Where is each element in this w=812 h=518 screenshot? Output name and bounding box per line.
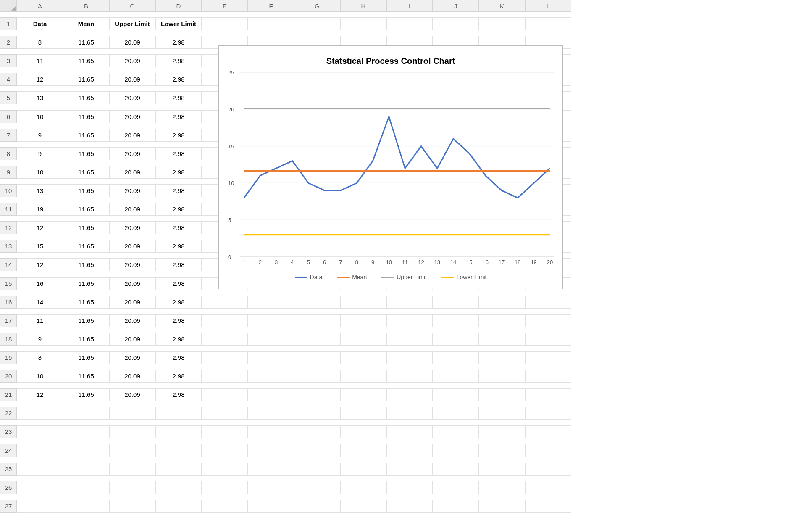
- cell-A3[interactable]: 11: [17, 54, 63, 67]
- cell-J27[interactable]: [433, 500, 479, 513]
- cell-D6[interactable]: 2.98: [155, 110, 202, 123]
- cell-D21[interactable]: 2.98: [155, 388, 202, 401]
- cell-D14[interactable]: 2.98: [155, 258, 202, 271]
- cell-A11[interactable]: 19: [17, 203, 63, 216]
- cell-A17[interactable]: 11: [17, 314, 63, 327]
- cell-B15[interactable]: 11.65: [63, 277, 109, 290]
- cell-E19[interactable]: [202, 351, 248, 364]
- cell-E16[interactable]: [202, 296, 248, 309]
- cell-J1[interactable]: [433, 17, 479, 30]
- cell-B27[interactable]: [63, 500, 109, 513]
- cell-G27[interactable]: [294, 500, 340, 513]
- row-header-25[interactable]: 25: [0, 462, 17, 476]
- cell-B14[interactable]: 11.65: [63, 258, 109, 271]
- cell-C10[interactable]: 20.09: [109, 184, 155, 197]
- cell-B3[interactable]: 11.65: [63, 54, 109, 67]
- cell-G1[interactable]: [294, 17, 340, 30]
- cell-F24[interactable]: [248, 444, 294, 457]
- cell-J18[interactable]: [433, 333, 479, 346]
- cell-C18[interactable]: 20.09: [109, 333, 155, 346]
- cell-L20[interactable]: [525, 370, 571, 383]
- cell-B5[interactable]: 11.65: [63, 91, 109, 104]
- cell-C9[interactable]: 20.09: [109, 166, 155, 179]
- cell-B13[interactable]: 11.65: [63, 240, 109, 253]
- row-header-21[interactable]: 21: [0, 388, 17, 401]
- cell-C13[interactable]: 20.09: [109, 240, 155, 253]
- cell-B23[interactable]: [63, 425, 109, 438]
- row-header-18[interactable]: 18: [0, 333, 17, 346]
- cell-D1[interactable]: Lower Limit: [155, 17, 202, 30]
- cell-A5[interactable]: 13: [17, 91, 63, 104]
- cell-G22[interactable]: [294, 407, 340, 420]
- column-header-G[interactable]: G: [294, 0, 340, 12]
- cell-B18[interactable]: 11.65: [63, 333, 109, 346]
- cell-K19[interactable]: [479, 351, 525, 364]
- cell-L16[interactable]: [525, 296, 571, 309]
- cell-I22[interactable]: [386, 407, 433, 420]
- cell-K18[interactable]: [479, 333, 525, 346]
- cell-D15[interactable]: 2.98: [155, 277, 202, 290]
- cell-G18[interactable]: [294, 333, 340, 346]
- cell-L19[interactable]: [525, 351, 571, 364]
- cell-A26[interactable]: [17, 481, 63, 494]
- cell-I24[interactable]: [386, 444, 433, 457]
- cell-K24[interactable]: [479, 444, 525, 457]
- cell-H18[interactable]: [340, 333, 386, 346]
- row-header-16[interactable]: 16: [0, 296, 17, 309]
- cell-L23[interactable]: [525, 425, 571, 438]
- row-header-13[interactable]: 13: [0, 240, 17, 253]
- row-header-15[interactable]: 15: [0, 277, 17, 290]
- cell-G24[interactable]: [294, 444, 340, 457]
- cell-C24[interactable]: [109, 444, 155, 457]
- cell-D16[interactable]: 2.98: [155, 296, 202, 309]
- cell-F27[interactable]: [248, 500, 294, 513]
- cell-G21[interactable]: [294, 388, 340, 401]
- cell-B20[interactable]: 11.65: [63, 370, 109, 383]
- cell-D24[interactable]: [155, 444, 202, 457]
- cell-D11[interactable]: 2.98: [155, 203, 202, 216]
- cell-F26[interactable]: [248, 481, 294, 494]
- cell-G16[interactable]: [294, 296, 340, 309]
- cell-H1[interactable]: [340, 17, 386, 30]
- cell-A22[interactable]: [17, 407, 63, 420]
- cell-K25[interactable]: [479, 462, 525, 476]
- cell-D23[interactable]: [155, 425, 202, 438]
- cell-C25[interactable]: [109, 462, 155, 476]
- cell-I27[interactable]: [386, 500, 433, 513]
- row-header-5[interactable]: 5: [0, 91, 17, 104]
- cell-J24[interactable]: [433, 444, 479, 457]
- cell-I1[interactable]: [386, 17, 433, 30]
- cell-F18[interactable]: [248, 333, 294, 346]
- cell-L1[interactable]: [525, 17, 571, 30]
- column-header-K[interactable]: K: [479, 0, 525, 12]
- cell-F19[interactable]: [248, 351, 294, 364]
- cell-C12[interactable]: 20.09: [109, 221, 155, 234]
- cell-D2[interactable]: 2.98: [155, 36, 202, 49]
- cell-L27[interactable]: [525, 500, 571, 513]
- cell-I25[interactable]: [386, 462, 433, 476]
- cell-L22[interactable]: [525, 407, 571, 420]
- column-header-I[interactable]: I: [386, 0, 433, 12]
- cell-D26[interactable]: [155, 481, 202, 494]
- cell-I21[interactable]: [386, 388, 433, 401]
- cell-D25[interactable]: [155, 462, 202, 476]
- cell-K27[interactable]: [479, 500, 525, 513]
- cell-A25[interactable]: [17, 462, 63, 476]
- row-header-8[interactable]: 8: [0, 147, 17, 160]
- cell-I17[interactable]: [386, 314, 433, 327]
- cell-G23[interactable]: [294, 425, 340, 438]
- cell-J20[interactable]: [433, 370, 479, 383]
- cell-F1[interactable]: [248, 17, 294, 30]
- cell-E21[interactable]: [202, 388, 248, 401]
- cell-E20[interactable]: [202, 370, 248, 383]
- cell-A18[interactable]: 9: [17, 333, 63, 346]
- cell-D27[interactable]: [155, 500, 202, 513]
- cell-L24[interactable]: [525, 444, 571, 457]
- cell-A7[interactable]: 9: [17, 129, 63, 142]
- cell-B9[interactable]: 11.65: [63, 166, 109, 179]
- row-header-4[interactable]: 4: [0, 73, 17, 86]
- row-header-10[interactable]: 10: [0, 184, 17, 197]
- cell-J23[interactable]: [433, 425, 479, 438]
- cell-H19[interactable]: [340, 351, 386, 364]
- cell-G19[interactable]: [294, 351, 340, 364]
